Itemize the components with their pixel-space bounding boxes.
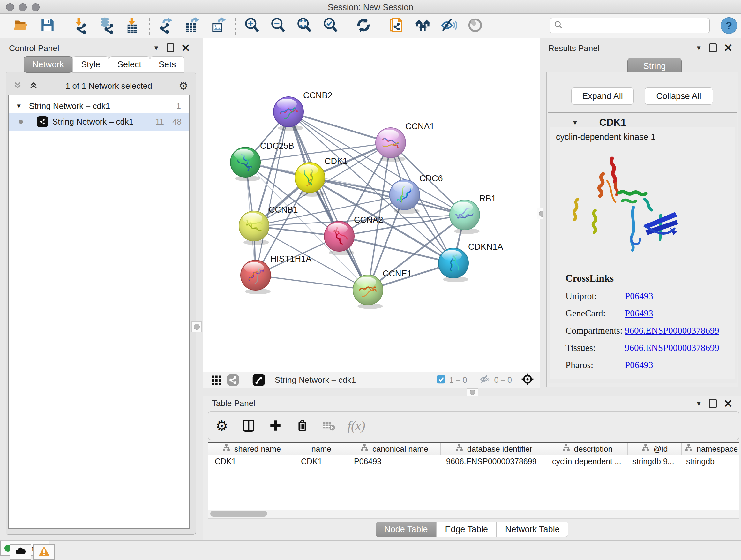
panel-menu-icon[interactable]: ▼ [696,44,702,52]
network-row[interactable]: String Network – cdk1 11 48 [9,113,189,131]
network-node-CCNA1[interactable]: CCNA1 [376,122,434,162]
column-header-@id[interactable]: @id [628,443,682,455]
gene-collapse-icon[interactable]: ▼ [572,119,578,126]
panel-float-icon[interactable] [709,44,717,52]
scrollbar-thumb[interactable] [210,511,267,516]
node-label-CCNE1: CCNE1 [383,269,412,278]
import-network-from-database-button[interactable] [98,17,116,35]
warnings-button[interactable] [33,544,55,560]
network-collection-row[interactable]: ▼ String Network – cdk1 1 [9,99,189,113]
expand-all-networks-icon[interactable] [28,80,39,92]
table-cell[interactable]: CDK1 [208,455,294,468]
search-box[interactable] [549,18,710,33]
crosslink-value[interactable]: 9606.ENSP00000378699 [625,343,719,353]
expand-all-button[interactable]: Expand All [571,87,634,105]
table-cell[interactable]: stringdb [680,455,739,468]
hide-selected-button[interactable] [441,17,458,35]
table-horizontal-scrollbar[interactable] [208,509,739,519]
table-row[interactable]: CDK1CDK1P064939606.ENSP00000378699cyclin… [208,455,739,468]
search-input[interactable] [567,19,710,32]
edge-HIST1H1A-CCNE1[interactable] [256,275,368,290]
panel-close-icon[interactable]: ✕ [724,45,733,51]
tab-style[interactable]: Style [72,56,109,73]
network-node-CDKN1A[interactable]: CDKN1A [439,242,503,282]
table-cell[interactable]: stringdb:9... [626,455,680,468]
collapse-all-networks-icon[interactable] [12,80,23,92]
create-column-icon[interactable] [267,417,284,434]
open-session-button[interactable] [13,17,30,35]
network-node-RB1[interactable]: RB1 [450,194,496,234]
open-in-new-window-icon[interactable] [251,372,267,388]
edge-CCNB2-HIST1H1A[interactable] [256,112,288,275]
save-session-button[interactable] [39,17,56,35]
bottom-splitter-handle[interactable] [467,388,478,396]
table-cell[interactable]: cyclin-dependent ... [546,455,626,468]
column-header-description[interactable]: description [547,443,628,455]
save-floppy-icon [40,17,56,35]
panel-float-icon[interactable] [166,44,174,52]
column-header-canonical-name[interactable]: canonical name [348,443,441,455]
panel-menu-icon[interactable]: ▼ [696,400,702,408]
crosslink-value[interactable]: 9606.ENSP00000378699 [625,325,719,336]
network-node-CCNB1[interactable]: CCNB1 [239,205,298,245]
table-options-gear-icon[interactable]: ⚙ [213,417,230,434]
column-header-namespace[interactable]: namespace [682,443,741,455]
network-node-HIST1H1A[interactable]: HIST1H1A [241,254,312,294]
tab-network[interactable]: Network [23,56,72,73]
network-column-icon [222,444,230,454]
collapse-all-button[interactable]: Collapse All [645,87,713,105]
show-columns-icon[interactable] [240,417,257,434]
zoom-in-button[interactable] [243,17,260,35]
delete-column-icon[interactable] [294,417,311,434]
import-table-from-file-button[interactable] [125,17,142,35]
panel-float-icon[interactable] [709,399,717,408]
export-table-icon [184,17,201,35]
crosslink-label: Compartments: [565,325,625,336]
tab-edge-table[interactable]: Edge Table [436,522,496,537]
tab-sets[interactable]: Sets [150,56,185,73]
cloud-button[interactable] [10,544,31,560]
export-image-button[interactable] [210,17,227,35]
panel-menu-icon[interactable]: ▼ [153,44,159,52]
crosslink-value[interactable]: P06493 [625,291,653,301]
cloud-icon [14,545,27,559]
show-all-button[interactable] [467,17,484,35]
left-splitter-handle[interactable] [192,321,202,332]
network-tree: ▼ String Network – cdk1 1 String Network… [8,95,190,529]
zoom-out-button[interactable] [269,17,286,35]
panel-close-icon[interactable]: ✕ [181,45,191,51]
birds-eye-toggle-icon[interactable] [521,373,534,387]
zoom-fit-content-button[interactable] [295,17,313,35]
column-header-database-identifier[interactable]: database identifier [441,443,547,455]
help-button[interactable]: ? [721,17,737,34]
crosslink-value[interactable]: P06493 [625,308,653,319]
zoom-selected-button[interactable] [322,17,339,35]
table-cell[interactable]: CDK1 [294,455,347,468]
network-canvas[interactable]: CCNB2CCNA1CDC25BCDK1CDC6RB1CCNB1CCNA2CDK… [203,38,540,372]
search-icon [554,20,563,31]
panel-close-icon[interactable]: ✕ [724,400,733,407]
collection-expand-icon[interactable]: ▼ [16,103,22,110]
network-column-icon [455,444,463,454]
duplicate-network-button[interactable] [388,17,405,35]
network-share-view-icon[interactable] [225,372,241,388]
export-table-button[interactable] [184,17,201,35]
network-options-gear-icon[interactable]: ⚙ [179,79,188,92]
gene-symbol: CDK1 [599,117,626,128]
grid-view-icon[interactable] [208,372,225,388]
edge-CCNA2-CDKN1A[interactable] [339,236,454,263]
selected-checkbox-icon[interactable] [436,374,446,386]
tab-select[interactable]: Select [109,56,150,73]
export-network-button[interactable] [158,17,175,35]
table-cell[interactable]: P06493 [347,455,440,468]
column-header-shared-name[interactable]: shared name [208,443,295,455]
edge-CCNB2-CCNA1[interactable] [288,112,391,143]
crosslink-value[interactable]: P06493 [625,360,653,370]
first-neighbors-button[interactable] [414,17,431,35]
table-cell[interactable]: 9606.ENSP00000378699 [440,455,546,468]
column-header-name[interactable]: name [295,443,348,455]
apply-layout-button[interactable] [355,17,372,35]
tab-network-table[interactable]: Network Table [496,522,568,537]
tab-node-table[interactable]: Node Table [376,522,436,537]
import-network-from-file-button[interactable] [72,17,89,35]
